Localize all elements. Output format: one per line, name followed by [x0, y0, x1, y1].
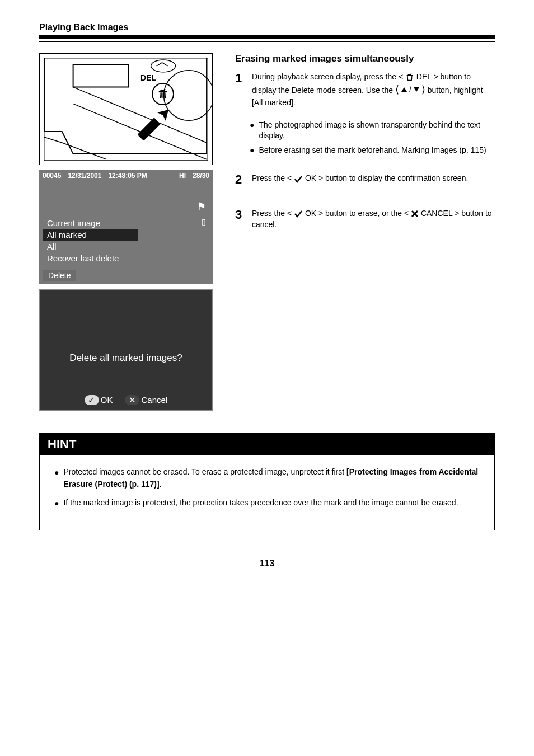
chapter-label: Playing Back Images — [39, 22, 495, 32]
step-number: 3 — [235, 208, 250, 222]
step1-note-2: ● Before erasing set the mark beforehand… — [250, 145, 495, 156]
step-number: 1 — [235, 71, 250, 86]
camera-line-art — [40, 54, 212, 165]
header-rule-thin — [39, 41, 495, 42]
confirm-text: Delete all marked images? — [69, 353, 182, 364]
card-icon: ▯ — [202, 217, 206, 226]
header-rule-thick — [39, 35, 495, 39]
quality-label: HI — [179, 172, 186, 180]
camera-illustration: DEL — [39, 53, 213, 165]
check-pill-icon: ✓ — [85, 395, 99, 405]
step-2: 2 Press the < OK > button to display the… — [235, 172, 495, 191]
bullet-icon: ● — [250, 120, 254, 142]
step-3: 3 Press the < OK > button to erase, or t… — [235, 208, 495, 238]
step1-note-1: ● The photographed image is shown transp… — [250, 120, 495, 142]
step-1: 1 During playback screen display, press … — [235, 71, 495, 116]
x-pill-icon: ✕ — [125, 395, 139, 405]
del-word: DEL — [416, 72, 432, 81]
cancel-word: CANCEL — [421, 209, 452, 218]
page-number: 113 — [39, 558, 495, 569]
menu-item-all: All — [43, 241, 138, 252]
marking-images-link: Marking Images (p. 115) — [401, 145, 486, 154]
delete-menu: Current image All marked All Recover las… — [43, 217, 138, 264]
del-button-circle — [152, 83, 174, 105]
confirm-ok: ✓OK — [85, 395, 113, 405]
section-title: Erasing marked images simultaneously — [235, 53, 495, 64]
bullet-icon: ● — [54, 497, 59, 509]
ok-word: OK — [305, 209, 316, 218]
hint-title: HINT — [40, 434, 494, 455]
bullet-icon: ● — [250, 145, 254, 156]
file-number: 00045 — [43, 172, 61, 180]
trash-icon — [157, 88, 169, 100]
hint-bullet-1: ● Protected images cannot be erased. To … — [54, 466, 489, 490]
confirm-cancel: ✕Cancel — [125, 395, 167, 405]
hint-bullet-2: ● If the marked image is protected, the … — [54, 497, 489, 509]
trash-icon — [405, 73, 414, 82]
flag-icon: ⚑ — [197, 200, 206, 213]
hint-box: HINT ● Protected images cannot be erased… — [39, 433, 495, 530]
menu-item-current: Current image — [43, 217, 138, 229]
confirm-buttons: ✓OK ✕Cancel — [85, 395, 167, 405]
bullet-icon: ● — [54, 466, 59, 490]
x-icon — [411, 210, 419, 218]
pointer-arrow-icon — [138, 107, 171, 140]
delete-menu-screen: 00045 12/31/2001 12:48:05 PM HI 28/30 ⚑ … — [39, 170, 213, 284]
ok-word: OK — [305, 173, 316, 182]
check-icon — [294, 175, 303, 183]
check-icon — [294, 210, 303, 218]
step-number: 2 — [235, 172, 250, 187]
menu-title-delete: Delete — [43, 270, 76, 281]
del-label: DEL — [140, 73, 156, 82]
menu-item-all-marked: All marked — [43, 229, 138, 241]
menu-item-recover: Recover last delete — [43, 252, 138, 264]
confirm-screen: Delete all marked images? ✓OK ✕Cancel — [39, 289, 213, 411]
osd-header: 00045 12/31/2001 12:48:05 PM HI 28/30 — [39, 170, 213, 182]
frame-count: 28/30 — [193, 172, 209, 180]
file-date: 12/31/2001 — [68, 172, 101, 180]
file-time: 12:48:05 PM — [108, 172, 147, 180]
svg-point-1 — [151, 60, 176, 72]
up-down-buttons-icon: ⟨/⟩ — [395, 82, 425, 97]
